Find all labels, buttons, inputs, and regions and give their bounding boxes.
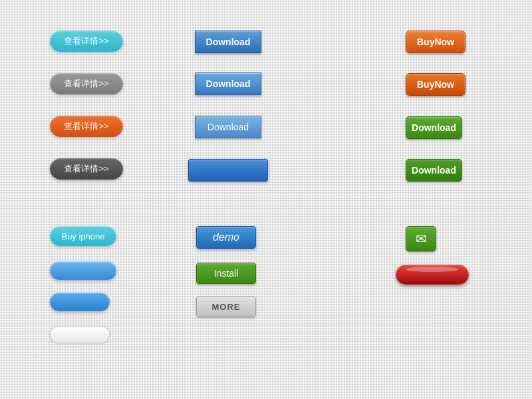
gray-detail-label: 查看详情>>: [64, 78, 108, 90]
blue-wide-button[interactable]: [188, 159, 268, 182]
button-showcase: 查看详情>> 查看详情>> 查看详情>> 查看详情>> Download Dow…: [0, 0, 532, 399]
blue-pill-button-2[interactable]: [50, 293, 110, 311]
more-button[interactable]: MORE: [196, 296, 256, 317]
buynow-label-2: BuyNow: [417, 79, 454, 90]
gray-detail-button[interactable]: 查看详情>>: [50, 73, 123, 94]
buynow-button-1[interactable]: BuyNow: [406, 31, 466, 53]
cyan-detail-label: 查看详情>>: [64, 35, 108, 47]
download-label-1: Download: [206, 37, 251, 47]
demo-label: demo: [213, 231, 239, 243]
buy-iphone-label: Buy iphone: [61, 231, 104, 241]
install-button[interactable]: Install: [196, 263, 256, 284]
buynow-label-1: BuyNow: [417, 37, 454, 47]
email-icon-button[interactable]: ✉: [406, 226, 436, 251]
install-label: Install: [214, 268, 239, 279]
download-green-button-2[interactable]: Download: [406, 159, 462, 182]
darkgray-detail-button[interactable]: 查看详情>>: [50, 158, 123, 180]
download-green-label-2: Download: [412, 165, 456, 176]
buynow-button-2[interactable]: BuyNow: [406, 73, 466, 96]
white-pill-button[interactable]: [50, 326, 110, 343]
blue-pill-button-1[interactable]: [50, 261, 116, 280]
download-button-1[interactable]: Download: [195, 31, 261, 53]
orange-detail-label: 查看详情>>: [64, 120, 108, 132]
orange-detail-button[interactable]: 查看详情>>: [50, 116, 123, 137]
download-green-label-1: Download: [412, 122, 456, 133]
demo-button[interactable]: demo: [196, 226, 256, 249]
cyan-detail-button[interactable]: 查看详情>>: [50, 31, 123, 52]
download-label-3: Download: [207, 122, 249, 132]
buy-iphone-button[interactable]: Buy iphone: [50, 226, 116, 246]
download-button-2[interactable]: Download: [195, 72, 261, 95]
download-green-button-1[interactable]: Download: [406, 116, 462, 139]
download-label-2: Download: [206, 78, 251, 89]
red-pill-button[interactable]: [396, 265, 469, 285]
more-label: MORE: [212, 302, 241, 312]
download-button-3[interactable]: Download: [195, 116, 261, 138]
email-icon: ✉: [416, 231, 427, 247]
darkgray-detail-label: 查看详情>>: [64, 163, 108, 175]
